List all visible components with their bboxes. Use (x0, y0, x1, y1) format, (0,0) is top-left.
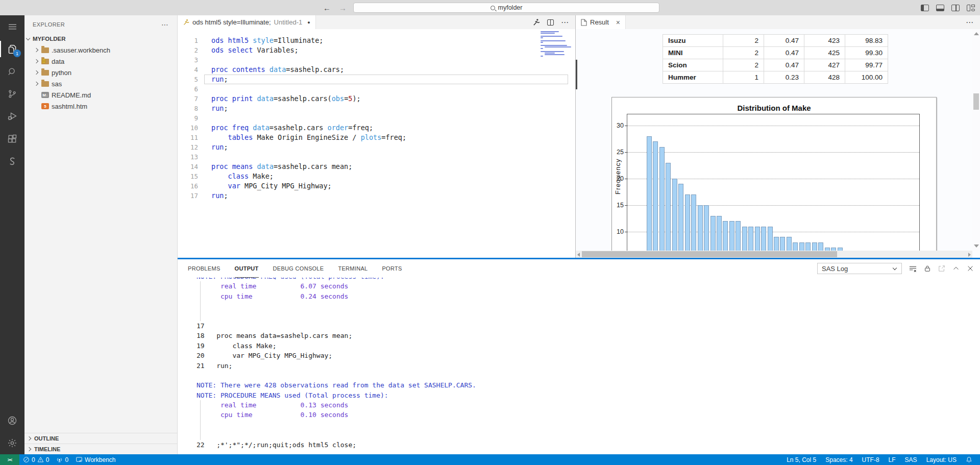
sidebar-item-search[interactable] (0, 60, 24, 83)
panel-tab-problems[interactable]: PROBLEMS (188, 259, 220, 278)
result-webview[interactable]: Isuzu20.4742398.83MINI20.4742599.30Scion… (576, 29, 980, 258)
remote-indicator[interactable]: >< (0, 454, 19, 465)
menu-icon[interactable] (0, 15, 24, 38)
ports-status[interactable]: 0 (53, 454, 72, 465)
minimap[interactable] (541, 31, 568, 57)
nav-forward-icon[interactable]: → (339, 4, 347, 12)
error-icon (23, 456, 30, 463)
explorer-more-actions-icon[interactable]: ⋯ (161, 20, 169, 29)
command-center-search[interactable]: myfolder (353, 3, 659, 13)
modified-dot-icon[interactable]: ● (307, 20, 310, 25)
status-keyboard-layout[interactable]: Layout: US (922, 454, 961, 465)
tree-item--sasuser-workbench[interactable]: .sasuser.workbench (24, 44, 177, 56)
code-line[interactable]: 1ods html5 style=Illuminate; (178, 36, 575, 45)
sas-log-output[interactable]: NOTE: PROCEDURE FREQ used (Total process… (178, 278, 980, 454)
sidebar-item-source-control[interactable] (0, 83, 24, 105)
maximize-panel-icon[interactable] (952, 265, 960, 272)
line-number: 16 (178, 181, 198, 191)
panel-tab-output[interactable]: OUTPUT (235, 259, 259, 278)
customize-layout-icon[interactable] (967, 5, 975, 11)
code-line[interactable]: 6 (178, 84, 575, 94)
drag-notch[interactable] (576, 60, 577, 89)
folder-icon (41, 81, 49, 87)
code-line[interactable]: 12run; (178, 142, 575, 152)
tree-item-sashtml-htm[interactable]: 5sashtml.htm (24, 101, 177, 112)
make-cell: MINI (663, 47, 723, 59)
code-line[interactable]: 4proc contents data=sashelp.cars; (178, 65, 575, 75)
horizontal-scrollbar[interactable] (576, 251, 972, 258)
scroll-left-icon[interactable] (577, 253, 580, 257)
scroll-up-icon[interactable] (974, 32, 979, 35)
run-sas-icon[interactable] (532, 18, 540, 26)
panel-tab-terminal[interactable]: TERMINAL (338, 259, 368, 278)
output-channel-select[interactable]: SAS Log (817, 263, 902, 274)
horizontal-scroll-thumb[interactable] (582, 251, 837, 257)
bottom-panel: PROBLEMSOUTPUTDEBUG CONSOLETERMINALPORTS… (178, 259, 980, 454)
close-panel-icon[interactable] (967, 265, 974, 272)
status-encoding[interactable]: UTF-8 (857, 454, 884, 465)
lock-output-icon[interactable] (924, 265, 931, 272)
result-more-actions-icon[interactable]: ⋯ (966, 18, 974, 27)
split-editor-icon[interactable] (547, 19, 554, 26)
tree-item-sas[interactable]: sas (24, 78, 177, 89)
toggle-secondary-sidebar-icon[interactable] (951, 5, 960, 11)
status-language-mode[interactable]: SAS (900, 454, 922, 465)
vertical-scrollbar[interactable] (972, 29, 980, 251)
open-output-in-editor-icon[interactable] (938, 265, 945, 272)
sidebar-section-outline[interactable]: OUTLINE (24, 433, 177, 444)
y-tick-mark (625, 232, 627, 232)
tree-root-myfolder[interactable]: MYFOLDER (24, 33, 177, 44)
status-eol[interactable]: LF (884, 454, 900, 465)
value-cell: 428 (804, 71, 845, 84)
tree-item-readme-md[interactable]: M↓README.md (24, 89, 177, 101)
toggle-panel-icon[interactable] (936, 5, 944, 11)
code-line[interactable]: 10proc freq data=sashelp.cars order=freq… (178, 123, 575, 133)
account-icon[interactable] (0, 409, 24, 432)
workbench-status[interactable]: Workbench (72, 454, 119, 465)
code-line[interactable]: 9 (178, 113, 575, 123)
y-tick-mark (625, 152, 627, 153)
code-line[interactable]: 16 var MPG_City MPG_Highway; (178, 181, 575, 191)
code-line[interactable]: 17run; (178, 191, 575, 201)
status-indentation[interactable]: Spaces: 4 (821, 454, 857, 465)
nav-back-icon[interactable]: ← (323, 4, 331, 12)
chevron-placeholder (35, 105, 39, 108)
log-line: NOTE: PROCEDURE FREQ used (Total process… (197, 278, 980, 281)
chevron-right-icon (34, 59, 38, 63)
code-line[interactable]: 8run; (178, 104, 575, 113)
sidebar-item-run-debug[interactable] (0, 105, 24, 128)
tree-item-python[interactable]: python (24, 67, 177, 78)
notifications-bell-icon[interactable] (961, 454, 977, 465)
scroll-down-icon[interactable] (974, 244, 979, 248)
code-line[interactable]: 13 (178, 152, 575, 162)
panel-tab-ports[interactable]: PORTS (382, 259, 402, 278)
editor-more-actions-icon[interactable]: ⋯ (561, 18, 569, 27)
clear-output-icon[interactable] (909, 265, 917, 273)
toggle-sidebar-icon[interactable] (921, 5, 929, 11)
sidebar-item-explorer[interactable]: 1 (0, 38, 24, 60)
code-line[interactable]: 2ods select Variables; (178, 45, 575, 55)
panel-tab-debug-console[interactable]: DEBUG CONSOLE (273, 259, 324, 278)
code-line[interactable]: 14proc means data=sashelp.cars mean; (178, 162, 575, 172)
code-line[interactable]: 5run; (178, 75, 575, 84)
code-editor[interactable]: 1ods html5 style=Illuminate;2ods select … (178, 29, 575, 258)
scroll-right-icon[interactable] (968, 253, 971, 257)
minimap-line (541, 53, 568, 54)
sidebar-item-extensions[interactable] (0, 128, 24, 150)
line-number: 6 (178, 84, 198, 94)
tab-result[interactable]: Result × (576, 15, 626, 29)
close-tab-icon[interactable]: × (616, 18, 620, 27)
code-line[interactable]: 11 tables Make Origin EngineSize / plots… (178, 133, 575, 142)
code-line[interactable]: 3 (178, 55, 575, 65)
tree-item-data[interactable]: data (24, 56, 177, 67)
settings-gear-icon[interactable] (0, 432, 24, 454)
sidebar-section-timeline[interactable]: TIMELINE (24, 444, 177, 454)
problems-status[interactable]: 0 0 (19, 454, 53, 465)
code-line[interactable]: 15 class Make; (178, 172, 575, 181)
sidebar-item-sas[interactable] (0, 150, 24, 173)
tab-sas-program[interactable]: ods html5 style=Illuminate; Untitled-1 ● (178, 15, 316, 29)
vertical-scroll-thumb[interactable] (973, 93, 979, 110)
code-line[interactable]: 7proc print data=sashelp.cars(obs=5); (178, 94, 575, 104)
line-number: 7 (178, 94, 198, 104)
status-cursor-position[interactable]: Ln 5, Col 5 (782, 454, 821, 465)
